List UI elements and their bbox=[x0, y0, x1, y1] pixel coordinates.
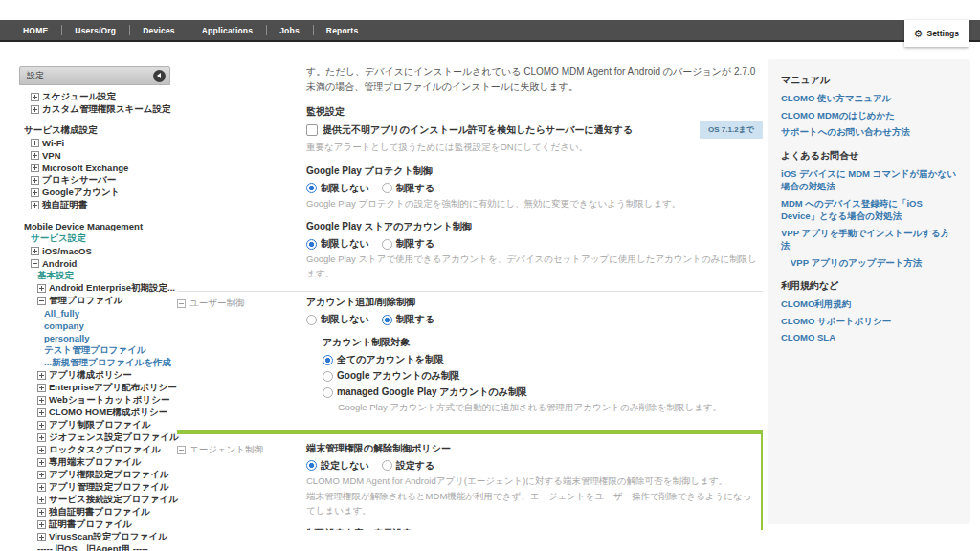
tree-item[interactable]: ジオフェンス設定プロファイル bbox=[21, 431, 170, 444]
tree-item[interactable]: 基本設定 bbox=[21, 270, 170, 282]
tree-item[interactable]: アプリ構成ポリシー bbox=[21, 369, 170, 382]
sidebar-collapse-button[interactable] bbox=[153, 70, 166, 82]
radio-unselected-icon[interactable] bbox=[323, 387, 333, 398]
radio-selected-icon[interactable] bbox=[306, 239, 317, 250]
expand-plus-icon[interactable] bbox=[37, 446, 46, 454]
help-link[interactable]: CLOMO サポートポリシー bbox=[781, 315, 957, 328]
tree-item[interactable]: Enterpriseアプリ配布ポリシー bbox=[21, 382, 170, 394]
radio-option[interactable]: 設定する bbox=[382, 459, 434, 473]
expand-plus-icon[interactable] bbox=[31, 105, 39, 114]
radio-unselected-icon[interactable] bbox=[382, 183, 392, 193]
expand-plus-icon[interactable] bbox=[37, 508, 46, 517]
radio-unselected-icon[interactable] bbox=[382, 460, 392, 471]
tree-item[interactable]: Android Enterprise初期設定... bbox=[21, 282, 170, 295]
tree-item[interactable]: VPN bbox=[21, 149, 170, 162]
radio-option[interactable]: managed Google Play アカウントのみ制限 bbox=[323, 386, 527, 399]
checkbox-unchecked[interactable] bbox=[306, 124, 318, 136]
tree-item[interactable]: VirusScan設定プロファイル bbox=[21, 531, 170, 543]
nav-item-reports[interactable]: Reports bbox=[313, 20, 372, 40]
expand-plus-icon[interactable] bbox=[37, 408, 46, 417]
expand-plus-icon[interactable] bbox=[31, 164, 39, 172]
expand-plus-icon[interactable] bbox=[37, 396, 46, 405]
tree-item[interactable]: プロキシサーバー bbox=[21, 174, 170, 187]
radio-option[interactable]: 全てのアカウントを制限 bbox=[323, 353, 444, 366]
help-link[interactable]: CLOMO MDMのはじめかた bbox=[781, 109, 957, 122]
radio-option[interactable]: 設定しない bbox=[306, 459, 369, 473]
tree-item[interactable]: Android bbox=[21, 257, 170, 270]
tree-item[interactable]: CLOMO HOME構成ポリシー bbox=[21, 407, 170, 419]
tree-item[interactable]: All_fully bbox=[21, 307, 170, 320]
tree-item[interactable]: ...新規管理プロファイルを作成 bbox=[21, 357, 170, 369]
expand-plus-icon[interactable] bbox=[37, 384, 46, 392]
expand-plus-icon[interactable] bbox=[37, 520, 46, 529]
tree-item[interactable]: 専用端末プロファイル bbox=[21, 456, 170, 469]
expand-plus-icon[interactable] bbox=[31, 151, 39, 160]
radio-option[interactable]: Google アカウントのみ制限 bbox=[323, 369, 460, 383]
radio-option[interactable]: 制限する bbox=[382, 182, 434, 195]
radio-option[interactable]: 制限しない bbox=[306, 313, 369, 326]
collapse-minus-icon[interactable] bbox=[31, 259, 39, 268]
tree-item[interactable]: サービス設定 bbox=[21, 232, 170, 245]
expand-plus-icon[interactable] bbox=[37, 458, 46, 467]
section-label-agent-control[interactable]: エージェント制御 bbox=[177, 441, 306, 531]
nav-item-home[interactable]: HOME bbox=[10, 20, 61, 40]
tree-item[interactable]: 証明書プロファイル bbox=[21, 518, 170, 531]
expand-plus-icon[interactable] bbox=[31, 139, 39, 147]
expand-plus-icon[interactable] bbox=[31, 188, 39, 197]
expand-plus-icon[interactable] bbox=[37, 483, 46, 492]
radio-option[interactable]: 制限する bbox=[382, 313, 434, 326]
tree-item[interactable]: 独自証明書プロファイル bbox=[21, 506, 170, 518]
help-link[interactable]: VPP アプリを手動でインストールする方法 bbox=[781, 227, 957, 253]
tree-item[interactable]: Microsoft Exchange bbox=[21, 162, 170, 174]
nav-settings-tab[interactable]: ⚙ Settings bbox=[904, 20, 969, 47]
expand-plus-icon[interactable] bbox=[37, 284, 46, 293]
radio-option[interactable]: 制限しない bbox=[306, 237, 369, 251]
help-link[interactable]: CLOMO SLA bbox=[781, 331, 957, 344]
help-link[interactable]: CLOMO利用規約 bbox=[781, 298, 957, 311]
tree-item[interactable]: ロックタスクプロファイル bbox=[21, 444, 170, 456]
section-label-user-control[interactable]: ユーザー制御 bbox=[177, 295, 306, 417]
help-link[interactable]: VPP アプリのアップデート方法 bbox=[791, 256, 957, 270]
radio-unselected-icon[interactable] bbox=[323, 371, 333, 382]
tree-item[interactable]: アプリ制限プロファイル bbox=[21, 419, 170, 431]
expand-plus-icon[interactable] bbox=[37, 496, 46, 504]
expand-plus-icon[interactable] bbox=[37, 371, 46, 380]
radio-option[interactable]: 制限しない bbox=[306, 182, 369, 195]
radio-selected-icon[interactable] bbox=[306, 460, 317, 471]
help-link[interactable]: CLOMO 使い方マニュアル bbox=[781, 92, 957, 105]
expand-plus-icon[interactable] bbox=[37, 421, 46, 430]
nav-item-users-org[interactable]: Users/Org bbox=[61, 20, 129, 40]
expand-plus-icon[interactable] bbox=[37, 433, 46, 442]
radio-unselected-icon[interactable] bbox=[306, 315, 317, 325]
expand-plus-icon[interactable] bbox=[31, 93, 39, 101]
expand-plus-icon[interactable] bbox=[37, 471, 46, 479]
tree-item[interactable]: アプリ管理設定プロファイル bbox=[21, 481, 170, 494]
expand-plus-icon[interactable] bbox=[31, 247, 39, 255]
help-link[interactable]: MDM へのデバイス登録時に「iOS Device」となる場合の対処法 bbox=[781, 197, 957, 223]
radio-selected-icon[interactable] bbox=[323, 355, 333, 365]
tree-item[interactable]: Googleアカウント bbox=[21, 187, 170, 199]
radio-option[interactable]: 制限する bbox=[382, 237, 434, 251]
tree-item[interactable]: 独自証明書 bbox=[21, 199, 170, 211]
help-link[interactable]: サポートへのお問い合わせ方法 bbox=[781, 125, 957, 139]
expand-plus-icon[interactable] bbox=[31, 176, 39, 185]
tree-item[interactable]: company bbox=[21, 320, 170, 332]
nav-item-applications[interactable]: Applications bbox=[189, 20, 266, 40]
nav-item-devices[interactable]: Devices bbox=[129, 20, 189, 40]
tree-item[interactable]: 管理プロファイル bbox=[21, 295, 170, 307]
tree-item[interactable]: Wi-Fi bbox=[21, 137, 170, 149]
collapse-minus-icon[interactable] bbox=[37, 297, 46, 305]
radio-unselected-icon[interactable] bbox=[382, 239, 392, 250]
radio-selected-icon[interactable] bbox=[306, 183, 317, 193]
expand-plus-icon[interactable] bbox=[31, 201, 39, 209]
tree-item[interactable]: テスト管理プロファイル bbox=[21, 344, 170, 357]
tree-item[interactable]: アプリ権限設定プロファイル bbox=[21, 469, 170, 481]
tree-item[interactable]: Webショートカットポリシー bbox=[21, 394, 170, 407]
tree-item[interactable]: カスタム管理権限スキーム設定 bbox=[21, 103, 170, 116]
expand-plus-icon[interactable] bbox=[37, 533, 46, 541]
tree-item[interactable]: スケジュール設定 bbox=[21, 91, 170, 103]
nav-item-jobs[interactable]: Jobs bbox=[266, 20, 313, 40]
radio-selected-icon[interactable] bbox=[382, 315, 392, 325]
help-link[interactable]: iOS デバイスに MDM コマンドが届かない場合の対処法 bbox=[781, 167, 957, 193]
tree-item[interactable]: personally bbox=[21, 332, 170, 344]
